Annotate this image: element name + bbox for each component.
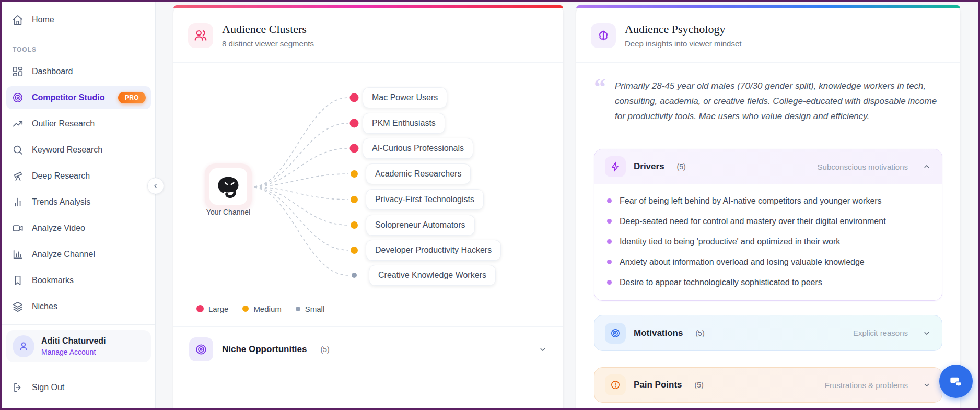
quote-mark-icon: “ [594,78,609,124]
sidebar-item-niches[interactable]: Niches [6,295,151,318]
cluster-dot-medium [351,247,358,254]
sidebar-item-analyze-channel[interactable]: Analyze Channel [6,243,151,266]
sidebar-section-label: TOOLS [13,46,155,53]
sidebar-item-label: Niches [32,302,57,311]
sidebar-item-dashboard[interactable]: Dashboard [6,60,151,83]
cluster-node[interactable]: PKM Enthusiasts [363,113,445,134]
user-name: Aditi Chaturvedi [41,336,106,346]
sidebar: Home TOOLS Dashboard Competitor Studio P… [2,2,156,408]
layers-icon [11,300,24,313]
chevron-left-icon [151,182,160,190]
dashboard-grid-icon [11,65,24,78]
pain-points-title: Pain Points [634,380,682,390]
cluster-dot-medium [351,196,358,203]
manage-account-link[interactable]: Manage Account [41,348,106,356]
your-channel-node[interactable] [205,163,252,209]
alert-circle-icon [605,374,626,395]
sidebar-item-outlier-research[interactable]: Outlier Research [6,112,151,135]
audience-clusters-card: Audience Clusters 8 distinct viewer segm… [173,5,563,410]
bookmark-icon [11,274,24,287]
bullet-dot [607,280,612,285]
driver-text: Identity tied to being 'productive' and … [620,237,840,247]
sidebar-item-analyze-video[interactable]: Analyze Video [6,217,151,240]
cluster-node[interactable]: Creative Knowledge Workers [369,265,496,286]
legend-label: Small [305,304,325,313]
niche-opportunities-section[interactable]: Niche Opportunities (5) [173,327,563,372]
legend-dot-medium [242,306,249,312]
cluster-node[interactable]: Solopreneur Automators [366,215,475,236]
video-camera-icon [11,222,24,235]
sidebar-item-keyword-research[interactable]: Keyword Research [6,138,151,161]
telescope-icon [11,170,24,182]
card-subtitle: 8 distinct viewer segments [222,39,314,48]
trending-up-icon [11,118,24,130]
sidebar-item-label: Competitor Studio [32,93,105,102]
legend-label: Medium [253,304,281,313]
card-subtitle: Deep insights into viewer mindset [625,39,741,48]
drivers-tagline: Subconscious motivations [818,162,908,171]
legend-item-medium: Medium [242,304,281,313]
drivers-section: Drivers (5) Subconscious motivations Fea… [594,149,942,301]
chat-launcher-button[interactable] [939,365,973,398]
sidebar-item-label: Home [32,15,54,25]
sign-out-button[interactable]: Sign Out [6,376,151,399]
drivers-header[interactable]: Drivers (5) Subconscious motivations [594,149,942,184]
drivers-title: Drivers [634,161,664,172]
sign-out-label: Sign Out [32,383,64,392]
cluster-node[interactable]: Privacy-First Technologists [366,189,484,210]
bar-chart-icon [11,196,24,208]
app-window: Home TOOLS Dashboard Competitor Studio P… [0,0,980,410]
sidebar-item-home[interactable]: Home [6,8,151,31]
pain-points-section[interactable]: Pain Points (5) Frustrations & problems [594,367,942,403]
cluster-node[interactable]: Mac Power Users [363,87,447,108]
sidebar-item-label: Trends Analysis [32,197,90,207]
motivations-title: Motivations [634,328,683,338]
bullet-dot [607,260,612,264]
motivations-section[interactable]: Motivations (5) Explicit reasons [594,315,942,351]
cluster-dot-large [350,119,359,128]
log-out-icon [11,381,24,394]
cluster-node[interactable]: AI-Curious Professionals [363,138,473,159]
brain-icon [591,23,616,48]
legend-item-large: Large [196,304,228,313]
card-title: Audience Psychology [625,22,741,36]
cluster-node[interactable]: Developer Productivity Hackers [366,240,501,261]
sidebar-collapse-button[interactable] [147,178,164,194]
sidebar-item-label: Keyword Research [32,145,102,155]
legend-dot-large [196,305,204,312]
pain-points-count: (5) [695,381,704,389]
user-card[interactable]: Aditi Chaturvedi Manage Account [6,330,151,362]
driver-item: Anxiety about information overload and l… [607,252,929,272]
home-icon [11,14,24,26]
legend-dot-small [296,307,300,311]
sidebar-item-trends-analysis[interactable]: Trends Analysis [6,191,151,214]
driver-item: Desire to appear technologically sophist… [607,272,929,292]
sidebar-item-label: Deep Research [32,171,90,181]
driver-item: Fear of being left behind by AI-native c… [607,191,929,211]
sidebar-item-deep-research[interactable]: Deep Research [6,165,151,188]
channel-logo [209,168,247,205]
drivers-count: (5) [677,162,686,171]
search-icon [11,144,24,156]
driver-text: Fear of being left behind by AI-native c… [620,196,882,206]
your-channel-label: Your Channel [197,208,260,216]
sidebar-item-bookmarks[interactable]: Bookmarks [6,269,151,292]
target-icon [11,91,24,104]
audience-psychology-card: Audience Psychology Deep insights into v… [576,5,960,410]
concentric-target-icon [189,337,213,361]
sidebar-item-label: Analyze Channel [32,250,95,259]
niche-opportunities-title: Niche Opportunities [222,344,307,355]
target-icon [605,323,626,344]
legend-label: Large [208,304,228,313]
chevron-up-icon [922,162,931,171]
cluster-node[interactable]: Academic Researchers [366,163,471,184]
users-icon [188,23,213,48]
audience-summary-quote: “ Primarily 28-45 year old males (70/30 … [594,78,942,124]
sidebar-item-competitor-studio[interactable]: Competitor Studio PRO [6,86,151,109]
size-legend: Large Medium Small [196,304,563,313]
driver-text: Desire to appear technologically sophist… [620,277,822,287]
pain-points-tagline: Frustrations & problems [825,381,908,390]
sidebar-item-label: Bookmarks [32,276,74,285]
driver-text: Anxiety about information overload and l… [620,257,865,267]
cluster-dot-small [352,273,357,278]
